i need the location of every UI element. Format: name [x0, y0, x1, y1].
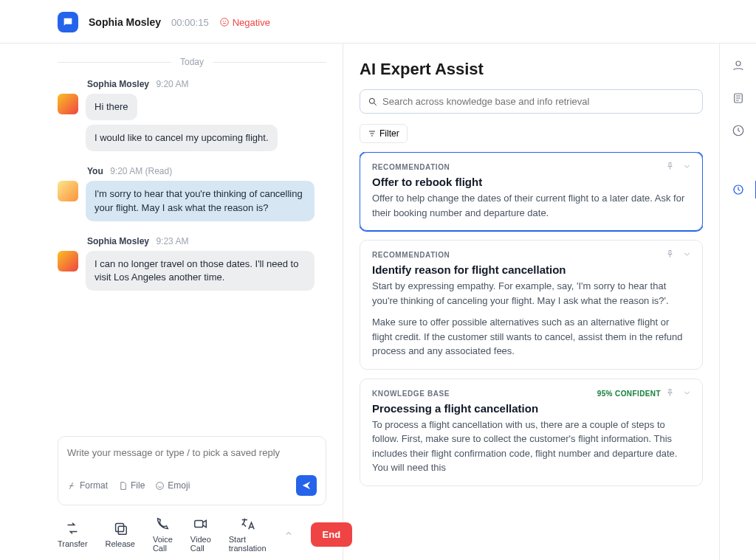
file-icon: [118, 481, 128, 491]
release-icon: [112, 520, 128, 536]
card-body: Offer to help change the dates of their …: [372, 191, 690, 220]
pin-icon[interactable]: [665, 249, 675, 261]
svg-point-7: [369, 98, 374, 103]
date-separator: Today: [58, 57, 326, 67]
svg-point-8: [736, 61, 740, 66]
translate-icon: [239, 516, 255, 532]
send-icon: [301, 480, 312, 491]
rail-assist-icon[interactable]: [730, 181, 757, 198]
conversation-actions: Transfer Release Voice Call Video Call S…: [58, 505, 326, 553]
compose-input[interactable]: [67, 447, 317, 458]
voice-call-button[interactable]: Voice Call: [153, 516, 173, 553]
message-composer: Format File Emoji: [58, 436, 326, 505]
svg-point-0: [220, 18, 228, 27]
chat-bubble: I can no longer travel on those dates. I…: [86, 251, 315, 291]
svg-rect-4: [115, 524, 123, 532]
assist-panel: AI Expert Assist Filter RECOMMENDATION O…: [343, 44, 719, 560]
phone-icon: [154, 516, 171, 532]
assist-card[interactable]: RECOMMENDATION Identify reason for fligh…: [360, 240, 703, 370]
video-icon: [193, 516, 209, 532]
card-title: Identify reason for flight cancellation: [372, 263, 690, 276]
chat-bubble: Hi there: [86, 94, 137, 120]
search-input[interactable]: [382, 96, 695, 107]
pin-icon[interactable]: [665, 388, 675, 400]
chat-channel-icon: [58, 12, 78, 32]
customer-name: Sophia Mosley: [89, 16, 161, 28]
chat-panel: Today Sophia Mosley 9:20 AM Hi there I w…: [0, 44, 343, 560]
filter-icon: [368, 129, 377, 138]
filter-button[interactable]: Filter: [360, 124, 408, 143]
chat-bubble: I would like to cancel my upcoming fligh…: [86, 125, 278, 151]
conversation-header: Sophia Mosley 00:00:15 Negative: [0, 0, 756, 44]
call-timer: 00:00:15: [171, 17, 209, 28]
video-call-button[interactable]: Video Call: [190, 516, 211, 553]
message-group: You 9:20 AM (Read) I'm sorry to hear tha…: [58, 166, 326, 221]
assist-card[interactable]: RECOMMENDATION Offer to rebook flight Of…: [360, 152, 703, 231]
frown-icon: [219, 17, 230, 27]
transfer-icon: [64, 520, 80, 536]
svg-rect-6: [195, 520, 203, 527]
card-title: Processing a flight cancellation: [372, 402, 690, 415]
assist-card[interactable]: KNOWLEDGE BASE 95% CONFIDENT Processing …: [360, 378, 703, 486]
chevron-down-icon[interactable]: [682, 249, 692, 261]
card-body: Start by expressing empathy. For example…: [372, 279, 690, 359]
svg-point-2: [225, 21, 226, 22]
search-icon: [368, 97, 378, 107]
transfer-button[interactable]: Transfer: [58, 520, 88, 548]
confidence-badge: 95% CONFIDENT: [597, 390, 661, 398]
smile-icon: [155, 481, 165, 491]
side-rail: [719, 44, 756, 560]
svg-point-3: [157, 482, 164, 489]
chat-bubble: I'm sorry to hear that you're thinking o…: [86, 181, 315, 221]
card-tag: KNOWLEDGE BASE 95% CONFIDENT: [372, 390, 690, 398]
format-icon: [67, 481, 77, 491]
card-tag: RECOMMENDATION: [372, 163, 690, 171]
assist-title: AI Expert Assist: [360, 60, 703, 79]
svg-point-1: [223, 21, 224, 22]
card-body: To process a flight cancellation with us…: [372, 418, 690, 475]
send-button[interactable]: [296, 475, 317, 496]
chevron-up-icon[interactable]: [284, 528, 293, 541]
message-header: Sophia Mosley 9:20 AM: [87, 79, 326, 89]
message-group: Sophia Mosley 9:23 AM I can no longer tr…: [58, 236, 326, 291]
message-header: You 9:20 AM (Read): [87, 166, 326, 176]
sentiment-badge: Negative: [219, 17, 270, 28]
card-tag: RECOMMENDATION: [372, 251, 690, 259]
pin-icon[interactable]: [665, 162, 675, 173]
message-group: Sophia Mosley 9:20 AM Hi there I would l…: [58, 79, 326, 151]
header-left: Sophia Mosley 00:00:15 Negative: [58, 12, 270, 32]
avatar: [58, 94, 78, 114]
chevron-down-icon[interactable]: [682, 388, 692, 400]
translate-button[interactable]: Start translation: [229, 516, 267, 553]
avatar: [58, 251, 78, 272]
avatar: [58, 181, 78, 201]
format-button[interactable]: Format: [67, 480, 108, 491]
svg-rect-5: [118, 526, 126, 534]
emoji-button[interactable]: Emoji: [155, 480, 190, 491]
card-title: Offer to rebook flight: [372, 176, 690, 188]
rail-profile-icon[interactable]: [729, 57, 747, 75]
rail-history-icon[interactable]: [729, 122, 747, 139]
compose-tools: Format File Emoji: [67, 480, 190, 491]
chevron-down-icon[interactable]: [682, 162, 692, 173]
assist-search[interactable]: [360, 89, 703, 114]
message-header: Sophia Mosley 9:23 AM: [87, 236, 326, 246]
file-button[interactable]: File: [118, 480, 145, 491]
rail-notes-icon[interactable]: [729, 89, 747, 107]
release-button[interactable]: Release: [106, 520, 135, 548]
